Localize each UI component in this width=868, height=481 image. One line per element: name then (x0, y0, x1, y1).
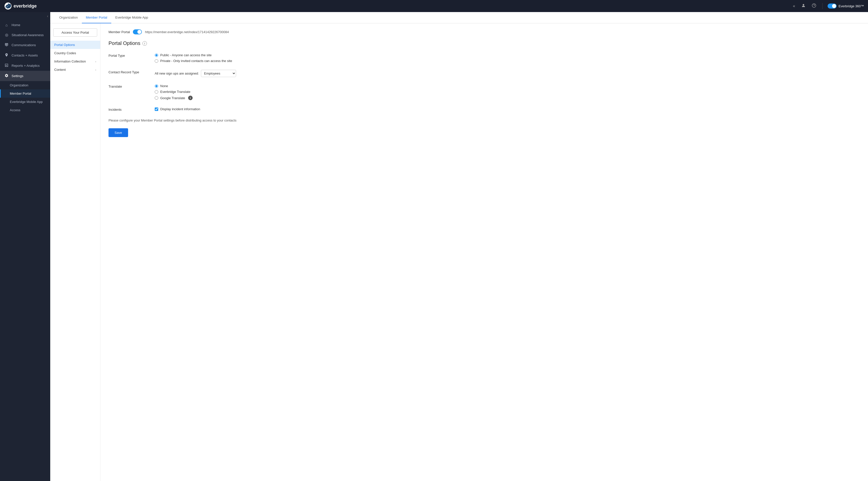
contact-record-select[interactable]: Employees Members (201, 70, 236, 77)
sub-nav-item-country-codes[interactable]: Country Codes (50, 49, 100, 57)
translate-google[interactable]: Google Translate (155, 96, 185, 100)
sub-nav-item-content[interactable]: Content › (50, 66, 100, 74)
member-portal-toggle[interactable] (133, 29, 142, 34)
sub-nav-country-codes-label: Country Codes (54, 51, 76, 55)
translate-everbridge[interactable]: Everbridge Translate (155, 90, 193, 94)
top-nav-left: everbridge (4, 2, 37, 10)
translate-google-radio[interactable] (155, 96, 158, 100)
portal-type-public-label: Public - Anyone can access the site (160, 53, 212, 57)
portal-type-controls: Public - Anyone can access the site Priv… (155, 53, 232, 63)
member-portal-url: https://member.everbridge.net/index/1714… (145, 30, 229, 34)
sidebar-item-contacts-assets[interactable]: Contacts + Assets (0, 50, 50, 61)
incidents-row: Incidents Display incident information (108, 107, 860, 111)
chevron-right-icon-2: › (95, 68, 96, 71)
sidebar-item-contacts-label: Contacts + Assets (11, 54, 38, 57)
translate-none[interactable]: None (155, 84, 193, 88)
svg-point-0 (803, 4, 804, 5)
brand-toggle[interactable] (828, 3, 837, 8)
sidebar-item-situational-awareness[interactable]: ◎ Situational Awareness (0, 30, 50, 40)
chevron-right-icon: › (95, 60, 96, 63)
home-icon: ⌂ (4, 23, 9, 27)
sidebar-collapse-button[interactable]: ‹ (47, 14, 48, 18)
incidents-checkbox-option[interactable]: Display incident information (155, 107, 200, 111)
portal-options-heading: Portal Options (108, 40, 141, 46)
tabs-bar: Organization Member Portal Everbridge Mo… (50, 12, 868, 23)
logo-text: everbridge (13, 3, 37, 9)
sidebar-item-communications[interactable]: Communications (0, 40, 50, 50)
tab-organization[interactable]: Organization (55, 12, 82, 23)
member-portal-header: Member Portal https://member.everbridge.… (108, 29, 860, 34)
settings-sub-nav: Organization Member Portal Everbridge Mo… (0, 81, 50, 114)
sidebar-sub-organization-label: Organization (10, 83, 28, 87)
sub-nav-item-portal-options[interactable]: Portal Options (50, 41, 100, 49)
sidebar-item-sa-label: Situational Awareness (11, 33, 44, 37)
sidebar: ‹ ⌂ Home ◎ Situational Awareness Communi… (0, 12, 50, 481)
translate-none-radio[interactable] (155, 84, 158, 88)
contact-record-type-row: Contact Record Type All new sign ups are… (108, 70, 860, 77)
portal-type-public[interactable]: Public - Anyone can access the site (155, 53, 232, 57)
sidebar-item-comm-label: Communications (11, 43, 36, 47)
portal-type-private-label: Private - Only invited contacts can acce… (160, 59, 232, 63)
section-heading: Portal Options i (108, 40, 860, 46)
sidebar-sub-member-portal-label: Member Portal (10, 92, 31, 95)
access-your-portal-button[interactable]: Access Your Portal (53, 28, 97, 37)
portal-type-private-radio[interactable] (155, 59, 158, 63)
translate-google-label: Google Translate (160, 96, 185, 100)
sidebar-item-home-label: Home (11, 23, 20, 27)
logo: everbridge (4, 2, 37, 10)
sidebar-item-settings-label: Settings (11, 74, 23, 78)
translate-controls: None Everbridge Translate Google Transla… (155, 84, 193, 100)
sidebar-item-settings[interactable]: Settings (0, 71, 50, 81)
sub-nav-content-label: Content (54, 68, 66, 71)
main-layout: ‹ ⌂ Home ◎ Situational Awareness Communi… (0, 12, 868, 481)
sidebar-sub-mobile-label: Everbridge Mobile App (10, 100, 43, 104)
brand-label: Everbridge 360™ (839, 4, 864, 8)
sidebar-sub-item-organization[interactable]: Organization (0, 81, 50, 89)
sidebar-item-reports-analytics[interactable]: Reports + Analytics (0, 61, 50, 71)
form-content: Member Portal https://member.everbridge.… (100, 23, 868, 481)
portal-type-private[interactable]: Private - Only invited contacts can acce… (155, 59, 232, 63)
portal-type-label: Portal Type (108, 53, 149, 58)
translate-label: Translate (108, 84, 149, 88)
settings-icon (4, 73, 9, 78)
sidebar-sub-item-member-portal[interactable]: Member Portal (0, 89, 50, 98)
translate-everbridge-radio[interactable] (155, 90, 158, 94)
incidents-checkbox[interactable] (155, 107, 158, 111)
help-button[interactable] (811, 2, 817, 10)
tab-member-portal[interactable]: Member Portal (82, 12, 111, 23)
portal-type-public-radio[interactable] (155, 54, 158, 57)
contact-record-prefix: All new sign ups are assigned: (155, 71, 199, 75)
contact-record-inner-row: All new sign ups are assigned: Employees… (155, 70, 236, 77)
save-button[interactable]: Save (108, 128, 128, 137)
reports-icon (4, 63, 9, 68)
brand-toggle-container: Everbridge 360™ (828, 3, 864, 8)
sidebar-sub-access-label: Access (10, 108, 20, 112)
sub-nav-info-collection-label: Information Collection (54, 60, 86, 63)
translate-none-label: None (160, 84, 168, 88)
top-nav-right: « Everbridge 360™ (792, 2, 864, 10)
contact-record-label: Contact Record Type (108, 70, 149, 74)
sub-nav-item-information-collection[interactable]: Information Collection › (50, 57, 100, 66)
translate-google-row: Google Translate i (155, 96, 193, 100)
member-portal-header-label: Member Portal (108, 30, 130, 34)
situational-awareness-icon: ◎ (4, 33, 9, 37)
incidents-label: Incidents (108, 107, 149, 111)
top-nav: everbridge « Everbridge 360™ (0, 0, 868, 12)
inner-layout: Access Your Portal Portal Options Countr… (50, 23, 868, 481)
sidebar-item-home[interactable]: ⌂ Home (0, 20, 50, 30)
sidebar-sub-item-access[interactable]: Access (0, 106, 50, 114)
sub-nav-portal-options-label: Portal Options (54, 43, 75, 47)
user-profile-button[interactable] (800, 2, 807, 10)
sidebar-item-reports-label: Reports + Analytics (11, 64, 40, 67)
content-area: Organization Member Portal Everbridge Mo… (50, 12, 868, 481)
translate-row: Translate None Everbridge Translate (108, 84, 860, 100)
portal-options-info-icon[interactable]: i (143, 41, 147, 46)
sub-nav: Access Your Portal Portal Options Countr… (50, 23, 100, 481)
google-translate-info-icon[interactable]: i (188, 96, 193, 100)
tab-everbridge-mobile-app[interactable]: Everbridge Mobile App (111, 12, 152, 23)
portal-type-row: Portal Type Public - Anyone can access t… (108, 53, 860, 63)
collapse-nav-button[interactable]: « (792, 3, 796, 9)
contacts-icon (4, 53, 9, 58)
sidebar-sub-item-everbridge-mobile[interactable]: Everbridge Mobile App (0, 98, 50, 106)
translate-everbridge-label: Everbridge Translate (160, 90, 190, 94)
